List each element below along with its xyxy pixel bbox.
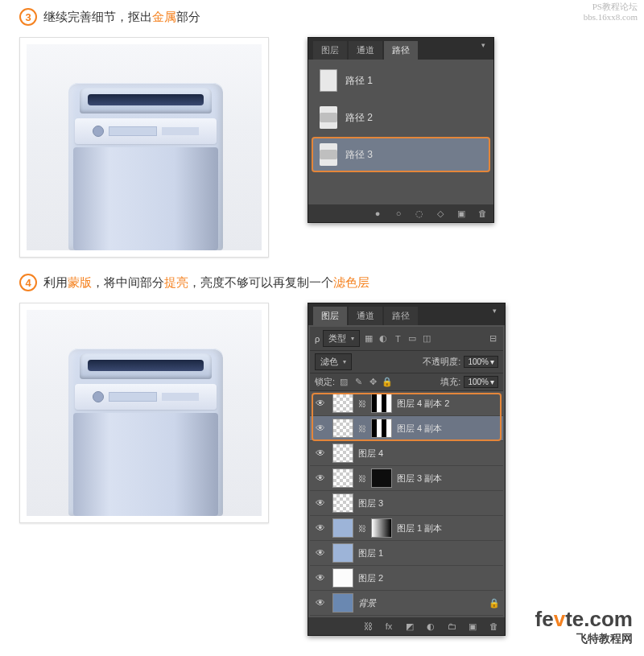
panel-menu-icon[interactable]: ▾ [476, 41, 490, 49]
layer-thumb-icon [332, 543, 353, 563]
new-path-icon[interactable]: ▣ [456, 208, 466, 218]
layer-row[interactable]: 👁 ⛓ 图层 4 副本 2 [310, 391, 503, 416]
path-thumb-icon [320, 106, 337, 129]
selection-icon[interactable]: ◌ [415, 208, 424, 218]
mask-thumb-icon [371, 468, 392, 488]
layer-row[interactable]: 👁 ⛓ 图层 3 副本 [310, 466, 503, 491]
tab-paths[interactable]: 路径 [384, 41, 418, 60]
delete-layer-icon[interactable]: 🗑 [489, 621, 498, 631]
fill-input[interactable]: 100%▾ [464, 376, 498, 388]
filter-smart-icon[interactable]: ◫ [421, 333, 432, 345]
layer-thumb-icon [332, 568, 353, 588]
path-thumb-icon [320, 69, 337, 92]
tab-layers[interactable]: 图层 [313, 307, 347, 325]
layer-thumb-icon [332, 593, 353, 613]
mask-link-icon[interactable]: ⛓ [358, 474, 366, 483]
layer-row[interactable]: 👁 图层 4 [310, 441, 503, 466]
opacity-input[interactable]: 100%▾ [464, 356, 498, 368]
layer-row[interactable]: 👁 图层 2 [310, 566, 503, 591]
layer-thumb-icon [332, 468, 353, 488]
mask-link-icon[interactable]: ⛓ [358, 524, 366, 533]
adjustment-layer-icon[interactable]: ◐ [426, 621, 436, 631]
lock-all-icon[interactable]: 🔒 [382, 377, 393, 388]
lock-label: 锁定: [315, 376, 335, 388]
fx-icon[interactable]: fx [384, 621, 394, 631]
path-label: 路径 1 [345, 74, 373, 88]
link-layers-icon[interactable]: ⛓ [363, 621, 373, 631]
stroke-path-icon[interactable]: ○ [394, 208, 403, 218]
lock-pixels-icon[interactable]: ✎ [353, 377, 364, 388]
layer-row[interactable]: 👁 ⛓ 图层 1 副本 [310, 516, 503, 541]
tab-layers[interactable]: 图层 [313, 41, 347, 60]
step-4-heading: 4 利用蒙版，将中间部分提亮，亮度不够可以再复制一个滤色层 [19, 274, 625, 291]
layer-thumb-icon [332, 419, 353, 438]
path-row-2[interactable]: 路径 2 [312, 100, 490, 135]
step-4-number: 4 [19, 274, 37, 291]
layer-row[interactable]: 👁 图层 1 [310, 541, 503, 566]
step-3-heading: 3 继续完善细节，抠出金属部分 [19, 8, 625, 26]
visibility-icon[interactable]: 👁 [313, 423, 328, 434]
mask-thumb-icon [371, 419, 392, 438]
opacity-label: 不透明度: [423, 356, 460, 368]
layer-thumb-icon [332, 444, 353, 463]
mask-link-icon[interactable]: ⛓ [358, 424, 366, 433]
layers-panel: ▾ 图层 通道 路径 ρ 类型▾ ▦ ◐ T ▭ [308, 303, 506, 636]
layer-thumb-icon [332, 493, 353, 513]
filter-pixel-icon[interactable]: ▦ [363, 333, 374, 345]
layer-row[interactable]: 👁 背景 🔒 [310, 591, 503, 616]
layer-thumb-icon [332, 518, 353, 538]
lock-transparency-icon[interactable]: ▨ [338, 377, 349, 388]
fill-path-icon[interactable]: ● [373, 208, 382, 218]
tab-paths[interactable]: 路径 [384, 307, 418, 325]
visibility-icon[interactable]: 👁 [313, 522, 328, 534]
tab-channels[interactable]: 通道 [349, 307, 382, 325]
visibility-icon[interactable]: 👁 [313, 572, 328, 584]
layer-row[interactable]: 👁 ⛓ 图层 4 副本 [310, 416, 503, 441]
filter-type-icon[interactable]: T [392, 333, 403, 345]
paths-panel: ▾ 图层 通道 路径 路径 1 路径 2 [308, 37, 494, 223]
step-3-number: 3 [19, 8, 37, 26]
path-label: 路径 2 [345, 111, 373, 125]
filter-toggle-icon[interactable]: ⊟ [487, 333, 498, 345]
filter-kind-select[interactable]: 类型▾ [323, 330, 360, 347]
path-row-1[interactable]: 路径 1 [312, 63, 490, 98]
group-icon[interactable]: 🗀 [447, 621, 456, 631]
lock-icon: 🔒 [489, 598, 500, 609]
watermark-top: PS教程论坛 bbs.16xx8.com [584, 2, 638, 23]
visibility-icon[interactable]: 👁 [313, 497, 328, 509]
visibility-icon[interactable]: 👁 [313, 472, 328, 484]
panel-menu-icon[interactable]: ▾ [487, 307, 502, 315]
delete-path-icon[interactable]: 🗑 [477, 208, 487, 218]
product-image-3 [19, 37, 269, 258]
mask-thumb-icon [371, 394, 392, 413]
tab-channels[interactable]: 通道 [349, 41, 382, 60]
visibility-icon[interactable]: 👁 [313, 398, 328, 409]
filter-shape-icon[interactable]: ▭ [407, 333, 418, 345]
blend-mode-select[interactable]: 滤色▾ [315, 353, 352, 370]
mask-icon[interactable]: ◩ [405, 621, 415, 631]
visibility-icon[interactable]: 👁 [313, 547, 328, 559]
visibility-icon[interactable]: 👁 [313, 597, 328, 609]
filter-label: ρ [315, 334, 320, 344]
watermark-bottom: fevte.com 飞特教程网 [535, 607, 633, 646]
visibility-icon[interactable]: 👁 [313, 448, 328, 459]
filter-adjust-icon[interactable]: ◐ [378, 333, 389, 345]
new-layer-icon[interactable]: ▣ [468, 621, 477, 631]
product-image-4 [19, 303, 269, 523]
path-label: 路径 3 [345, 148, 373, 162]
path-row-3[interactable]: 路径 3 [312, 137, 490, 172]
mask-link-icon[interactable]: ⛓ [358, 399, 366, 408]
make-path-icon[interactable]: ◇ [436, 208, 445, 218]
layer-thumb-icon [332, 394, 353, 413]
layer-row[interactable]: 👁 图层 3 [310, 491, 503, 516]
mask-thumb-icon [371, 518, 392, 538]
fill-label: 填充: [440, 376, 460, 388]
path-thumb-icon [320, 143, 337, 166]
lock-position-icon[interactable]: ✥ [367, 377, 378, 388]
